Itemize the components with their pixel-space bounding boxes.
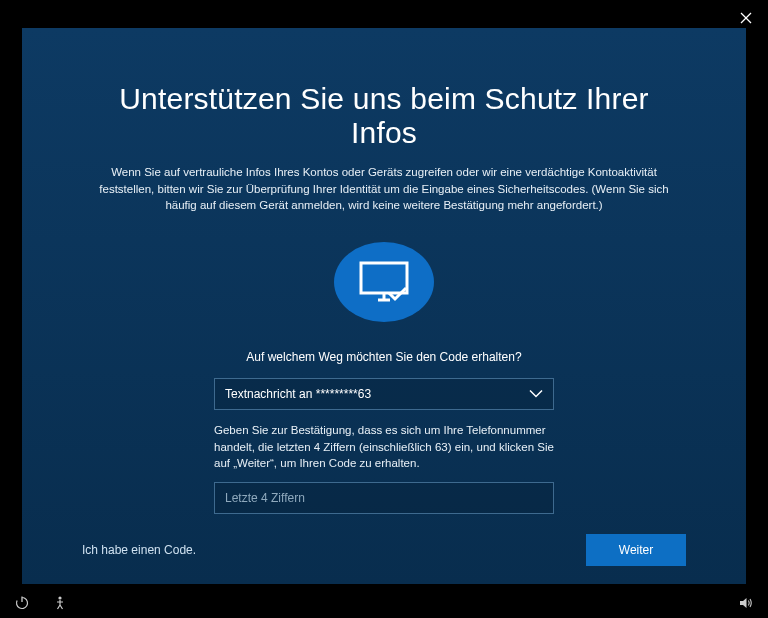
power-icon — [14, 595, 30, 611]
system-bar-right — [738, 595, 754, 611]
main-panel: Unterstützen Sie uns beim Schutz Ihrer I… — [22, 28, 746, 584]
system-bar-left — [14, 595, 68, 611]
oobe-window: Unterstützen Sie uns beim Schutz Ihrer I… — [0, 0, 768, 618]
last4-input-wrapper — [214, 482, 554, 514]
close-icon — [740, 12, 752, 24]
close-button[interactable] — [736, 8, 756, 28]
accessibility-button[interactable] — [52, 595, 68, 611]
form-area: Textnachricht an *********63 Geben Sie z… — [214, 378, 554, 514]
next-button[interactable]: Weiter — [586, 534, 686, 566]
system-bar — [0, 588, 768, 618]
have-code-link[interactable]: Ich habe einen Code. — [82, 543, 196, 557]
svg-point-7 — [58, 596, 61, 599]
code-method-select-value: Textnachricht an *********63 — [225, 387, 371, 401]
volume-icon — [738, 595, 754, 611]
accessibility-icon — [52, 595, 68, 611]
monitor-check-icon — [358, 260, 410, 304]
chevron-down-icon — [529, 389, 543, 398]
svg-rect-2 — [361, 263, 407, 293]
footer-row: Ich habe einen Code. Weiter — [82, 514, 686, 566]
page-title: Unterstützen Sie uns beim Schutz Ihrer I… — [82, 82, 686, 150]
volume-button[interactable] — [738, 595, 754, 611]
power-button[interactable] — [14, 595, 30, 611]
code-method-select[interactable]: Textnachricht an *********63 — [214, 378, 554, 410]
method-prompt: Auf welchem Weg möchten Sie den Code erh… — [82, 350, 686, 364]
hero-icon-circle — [334, 242, 434, 322]
page-subtitle: Wenn Sie auf vertrauliche Infos Ihres Ko… — [82, 164, 686, 214]
last4-input[interactable] — [225, 491, 543, 505]
helper-text: Geben Sie zur Bestätigung, dass es sich … — [214, 422, 554, 472]
